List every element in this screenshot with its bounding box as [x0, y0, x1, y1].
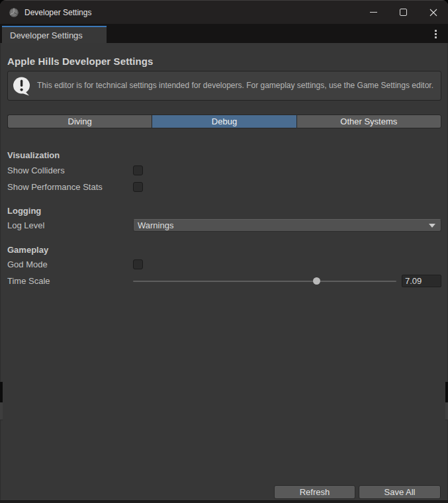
show-performance-stats-checkbox[interactable] [133, 182, 143, 192]
editor-tab-label: Developer Settings [10, 30, 83, 40]
settings-panel: Apple Hills Developer Settings This edit… [0, 43, 448, 503]
category-tab-bar: Diving Debug Other Systems [7, 114, 441, 128]
maximize-button[interactable] [388, 1, 418, 24]
show-colliders-label: Show Colliders [7, 165, 133, 175]
info-help-text: This editor is for technical settings in… [37, 81, 433, 91]
developer-settings-window: Developer Settings Developer Settings Ap… [0, 0, 448, 503]
section-gameplay: Gameplay [7, 245, 441, 255]
god-mode-label: God Mode [7, 259, 133, 269]
show-colliders-checkbox[interactable] [133, 165, 143, 175]
log-level-dropdown[interactable]: Warnings [133, 219, 441, 232]
info-help-box: This editor is for technical settings in… [7, 71, 441, 101]
tab-diving[interactable]: Diving [7, 114, 152, 128]
row-time-scale: Time Scale [7, 273, 441, 289]
tab-developer-settings[interactable]: Developer Settings [2, 26, 107, 43]
window-edge-artifact [445, 402, 448, 420]
tab-context-menu-button[interactable] [428, 26, 443, 41]
row-god-mode: God Mode [7, 256, 441, 273]
log-level-value: Warnings [138, 220, 429, 230]
slider-track[interactable] [133, 281, 396, 282]
window-bottom-edge [0, 500, 448, 503]
time-scale-label: Time Scale [7, 276, 133, 286]
window-edge-artifact [0, 382, 3, 402]
close-icon [429, 9, 437, 17]
speech-bubble-exclamation-icon [12, 76, 32, 96]
kebab-menu-icon [435, 30, 437, 38]
page-title: Apple Hills Developer Settings [7, 56, 441, 67]
section-logging: Logging [7, 206, 441, 216]
window-edge-artifact [445, 382, 448, 402]
minimize-button[interactable] [359, 1, 388, 24]
god-mode-checkbox[interactable] [133, 259, 143, 269]
row-show-colliders: Show Colliders [7, 162, 441, 179]
row-log-level: Log Level Warnings [7, 217, 441, 234]
tab-other-systems[interactable]: Other Systems [296, 114, 441, 128]
tab-debug[interactable]: Debug [152, 114, 296, 128]
save-all-button[interactable]: Save All [359, 485, 441, 499]
show-performance-stats-label: Show Performance Stats [7, 182, 133, 192]
footer-actions: Refresh Save All [274, 485, 441, 499]
unity-app-icon [9, 7, 19, 18]
window-edge-artifact [0, 402, 3, 420]
window-controls [359, 1, 448, 24]
caret-down-icon [429, 224, 435, 228]
window-title: Developer Settings [24, 8, 91, 17]
time-scale-slider[interactable] [133, 275, 396, 287]
log-level-label: Log Level [7, 220, 133, 230]
window-titlebar[interactable]: Developer Settings [0, 0, 448, 24]
editor-tabbar: Developer Settings [0, 24, 448, 43]
maximize-icon [400, 9, 407, 16]
minimize-icon [370, 12, 377, 13]
slider-thumb[interactable] [313, 277, 320, 285]
time-scale-value-field[interactable] [402, 275, 441, 287]
close-button[interactable] [418, 1, 448, 24]
refresh-button[interactable]: Refresh [274, 485, 355, 499]
row-show-performance-stats: Show Performance Stats [7, 179, 441, 195]
section-visualization: Visualization [7, 150, 441, 161]
